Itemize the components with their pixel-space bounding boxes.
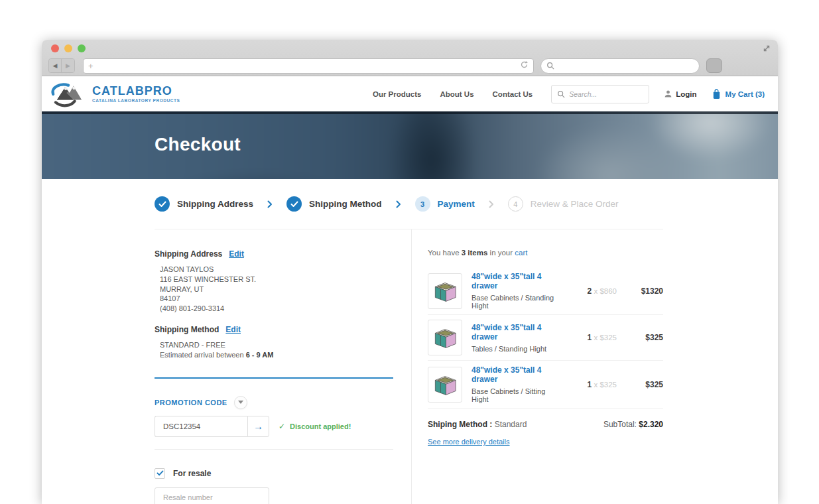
traffic-lights xyxy=(51,44,86,52)
apply-promotion-button[interactable]: → xyxy=(247,416,269,437)
summary-prefix: You have xyxy=(428,249,462,257)
login-button[interactable]: Login xyxy=(664,90,696,98)
subtotal-label: SubTotal: xyxy=(603,420,639,429)
cart-label: My Cart (3) xyxy=(725,90,765,98)
step-label: Shipping Method xyxy=(309,199,381,209)
forward-button[interactable]: ▶ xyxy=(62,59,74,72)
edit-shipping-address-link[interactable]: Edit xyxy=(229,249,244,259)
divider xyxy=(428,408,663,409)
page-title: Checkout xyxy=(42,111,778,155)
login-label: Login xyxy=(676,90,696,98)
fullscreen-icon[interactable] xyxy=(762,44,771,56)
address-city: MURRAY, UT xyxy=(155,284,393,294)
product-title-link[interactable]: 48"wide x 35"tall 4 drawer xyxy=(472,272,562,290)
zoom-button[interactable] xyxy=(78,44,86,52)
cart-item-row: 48"wide x 35"tall 4 drawer Base Cabinets… xyxy=(428,267,663,314)
browser-window: ◀ ▶ + xyxy=(42,40,778,504)
edit-shipping-method-link[interactable]: Edit xyxy=(225,325,241,334)
cart-item-row: 48"wide x 35"tall 4 drawer Tables / Stan… xyxy=(428,315,663,360)
check-icon: ✓ xyxy=(279,422,285,431)
item-total: $1320 xyxy=(617,286,663,296)
promotion-code-input[interactable] xyxy=(155,416,247,437)
checkout-content: Shipping Address Shipping Method 3 Payme… xyxy=(42,179,778,504)
product-title-link[interactable]: 48"wide x 35"tall 4 drawer xyxy=(472,365,562,384)
resale-number-input[interactable] xyxy=(155,487,269,504)
minimize-button[interactable] xyxy=(64,44,72,52)
unit-price: $325 xyxy=(599,334,617,342)
times-sign: x xyxy=(594,334,598,342)
step-number: 4 xyxy=(508,196,523,212)
chevron-down-icon xyxy=(238,401,243,404)
times-sign: x xyxy=(594,287,598,295)
product-thumbnail[interactable] xyxy=(428,273,462,309)
step-shipping-address[interactable]: Shipping Address xyxy=(155,196,253,212)
site-search-input[interactable] xyxy=(569,90,643,98)
refresh-icon[interactable] xyxy=(520,60,529,72)
cart-footer: Shiping Method : Standard SubTotal: $2.3… xyxy=(428,420,663,429)
search-icon xyxy=(546,62,554,70)
browser-search[interactable] xyxy=(540,58,700,74)
address-name: JASON TAYLOS xyxy=(155,265,393,275)
checkout-stepper: Shipping Address Shipping Method 3 Payme… xyxy=(155,179,663,229)
step-check-icon xyxy=(286,196,302,212)
step-number: 3 xyxy=(415,196,430,212)
address-bar[interactable]: + xyxy=(83,58,534,74)
shipping-method-summary-label: Shiping Method : xyxy=(428,420,495,429)
cabinet-icon xyxy=(430,322,460,353)
brand-name: CATLABPRO xyxy=(92,85,180,97)
site-search[interactable] xyxy=(551,85,649,103)
cart-item-row: 48"wide x 35"tall 4 drawer Base Cabinets… xyxy=(428,361,663,408)
close-button[interactable] xyxy=(51,44,59,52)
step-shipping-method[interactable]: Shipping Method xyxy=(286,196,381,212)
item-qty: 1 xyxy=(588,380,592,389)
product-thumbnail[interactable] xyxy=(428,320,462,355)
history-buttons: ◀ ▶ xyxy=(48,58,75,73)
promotion-code-heading: PROMOTION CODE xyxy=(155,399,227,407)
summary-count: 3 items xyxy=(462,249,488,257)
shipping-address-heading: Shipping AddressEdit xyxy=(155,249,393,259)
item-quantity-price: 2 x $860 xyxy=(562,286,617,296)
step-review-place-order: 4 Review & Place Order xyxy=(508,196,619,212)
url-input[interactable] xyxy=(94,62,520,70)
back-button[interactable]: ◀ xyxy=(49,59,62,72)
cart-bag-icon xyxy=(712,88,722,99)
promotion-collapse-button[interactable] xyxy=(234,396,247,409)
chevron-right-icon xyxy=(396,200,401,208)
browser-search-input[interactable] xyxy=(558,62,694,70)
cabinet-icon xyxy=(430,369,460,400)
product-thumbnail[interactable] xyxy=(428,367,462,403)
times-sign: x xyxy=(594,381,598,389)
item-total: $325 xyxy=(617,380,663,389)
unit-price: $325 xyxy=(599,381,617,389)
nav-link-contact-us[interactable]: Contact Us xyxy=(493,90,533,98)
logo[interactable]: CATLABPRO CATALINA LABORATORY PRODUCTS xyxy=(48,80,180,108)
cabinet-icon xyxy=(430,276,460,306)
mountain-logo-icon xyxy=(48,80,90,108)
product-title-link[interactable]: 48"wide x 35"tall 4 drawer xyxy=(472,323,562,342)
cart-button[interactable]: My Cart (3) xyxy=(712,88,765,99)
step-payment[interactable]: 3 Payment xyxy=(415,196,475,212)
eta-prefix: Estimated arrival between xyxy=(160,351,246,359)
item-qty: 1 xyxy=(588,333,592,342)
downloads-button[interactable] xyxy=(706,58,722,73)
for-resale-checkbox[interactable] xyxy=(155,468,165,479)
address-zip: 84107 xyxy=(155,294,393,304)
step-label: Payment xyxy=(438,199,475,209)
site-header: CATLABPRO CATALINA LABORATORY PRODUCTS O… xyxy=(42,76,778,111)
item-quantity-price: 1 x $325 xyxy=(562,380,617,389)
subtotal-value: $2.320 xyxy=(639,420,663,429)
nav-link-about-us[interactable]: About Us xyxy=(440,90,473,98)
eta-window: 6 - 9 AM xyxy=(246,351,274,359)
shipping-address-label: Shipping Address xyxy=(155,249,222,259)
new-tab-icon: + xyxy=(88,61,94,71)
delivery-details-link[interactable]: See more delivery details xyxy=(428,438,510,446)
step-label: Shipping Address xyxy=(177,199,253,209)
shipping-method-name: STANDARD - FREE xyxy=(155,340,393,350)
address-phone: (408) 801-290-3314 xyxy=(155,304,393,314)
item-total: $325 xyxy=(617,333,663,342)
for-resale-label: For resale xyxy=(173,469,211,478)
nav-link-our-products[interactable]: Our Products xyxy=(373,90,421,98)
chevron-right-icon xyxy=(489,200,494,208)
cart-link[interactable]: cart xyxy=(515,249,527,257)
step-check-icon xyxy=(155,196,170,212)
